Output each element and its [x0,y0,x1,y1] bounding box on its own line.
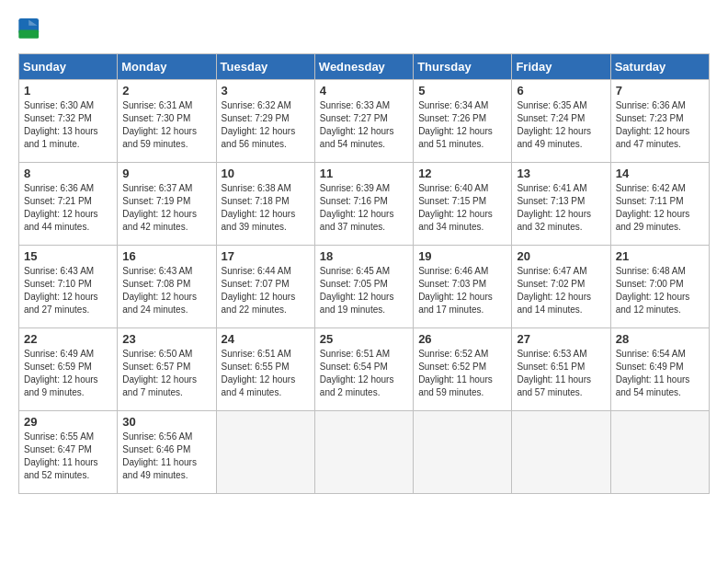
day-number: 21 [616,249,704,263]
week-row-3: 15Sunrise: 6:43 AM Sunset: 7:10 PM Dayli… [19,246,710,328]
calendar-cell: 14Sunrise: 6:42 AM Sunset: 7:11 PM Dayli… [610,163,709,246]
calendar-cell [610,411,709,494]
calendar-cell: 19Sunrise: 6:46 AM Sunset: 7:03 PM Dayli… [414,246,512,328]
col-header-wednesday: Wednesday [314,54,413,80]
calendar-cell [314,411,413,494]
day-number: 10 [222,167,310,180]
day-number: 19 [418,249,506,263]
day-number: 29 [24,415,112,429]
day-number: 2 [122,84,210,98]
day-info: Sunrise: 6:31 AM Sunset: 7:30 PM Dayligh… [122,99,210,151]
day-info: Sunrise: 6:42 AM Sunset: 7:11 PM Dayligh… [616,182,704,234]
calendar-cell: 8Sunrise: 6:36 AM Sunset: 7:21 PM Daylig… [19,163,118,246]
day-number: 6 [517,84,605,98]
day-number: 20 [517,249,605,263]
calendar-cell: 16Sunrise: 6:43 AM Sunset: 7:08 PM Dayli… [118,246,216,328]
day-number: 7 [616,84,704,98]
calendar-cell: 11Sunrise: 6:39 AM Sunset: 7:16 PM Dayli… [314,163,413,246]
day-number: 27 [517,332,605,346]
day-info: Sunrise: 6:39 AM Sunset: 7:16 PM Dayligh… [320,182,408,234]
day-info: Sunrise: 6:33 AM Sunset: 7:27 PM Dayligh… [320,99,408,151]
week-row-5: 29Sunrise: 6:55 AM Sunset: 6:47 PM Dayli… [19,411,710,494]
day-number: 9 [122,167,210,180]
day-number: 25 [320,332,408,346]
day-number: 11 [320,167,408,180]
day-number: 1 [24,84,112,98]
day-number: 12 [418,167,506,180]
day-info: Sunrise: 6:43 AM Sunset: 7:08 PM Dayligh… [122,265,210,316]
day-info: Sunrise: 6:47 AM Sunset: 7:02 PM Dayligh… [517,265,605,316]
calendar-cell: 10Sunrise: 6:38 AM Sunset: 7:18 PM Dayli… [216,163,314,246]
calendar-cell: 4Sunrise: 6:33 AM Sunset: 7:27 PM Daylig… [314,80,413,163]
day-number: 18 [320,249,408,263]
calendar-cell: 30Sunrise: 6:56 AM Sunset: 6:46 PM Dayli… [118,411,216,494]
calendar-cell: 23Sunrise: 6:50 AM Sunset: 6:57 PM Dayli… [118,328,216,411]
calendar-cell: 24Sunrise: 6:51 AM Sunset: 6:55 PM Dayli… [216,328,314,411]
day-number: 13 [517,167,605,180]
calendar-cell: 17Sunrise: 6:44 AM Sunset: 7:07 PM Dayli… [216,246,314,328]
day-info: Sunrise: 6:43 AM Sunset: 7:10 PM Dayligh… [24,265,112,316]
calendar-table: SundayMondayTuesdayWednesdayThursdayFrid… [18,53,710,494]
calendar-cell: 6Sunrise: 6:35 AM Sunset: 7:24 PM Daylig… [512,80,610,163]
day-number: 28 [616,332,704,346]
day-info: Sunrise: 6:49 AM Sunset: 6:59 PM Dayligh… [24,348,112,399]
calendar-cell: 2Sunrise: 6:31 AM Sunset: 7:30 PM Daylig… [118,80,216,163]
logo [18,18,44,44]
day-number: 16 [122,249,210,263]
calendar-cell: 3Sunrise: 6:32 AM Sunset: 7:29 PM Daylig… [216,80,314,163]
day-info: Sunrise: 6:52 AM Sunset: 6:52 PM Dayligh… [418,348,506,399]
day-info: Sunrise: 6:32 AM Sunset: 7:29 PM Dayligh… [222,99,310,151]
calendar-cell: 25Sunrise: 6:51 AM Sunset: 6:54 PM Dayli… [314,328,413,411]
day-info: Sunrise: 6:54 AM Sunset: 6:49 PM Dayligh… [616,348,704,399]
day-number: 26 [418,332,506,346]
day-info: Sunrise: 6:38 AM Sunset: 7:18 PM Dayligh… [222,182,310,234]
day-number: 3 [222,84,310,98]
calendar-cell: 13Sunrise: 6:41 AM Sunset: 7:13 PM Dayli… [512,163,610,246]
col-header-tuesday: Tuesday [216,54,314,80]
day-info: Sunrise: 6:44 AM Sunset: 7:07 PM Dayligh… [222,265,310,316]
day-info: Sunrise: 6:41 AM Sunset: 7:13 PM Dayligh… [517,182,605,234]
day-number: 14 [616,167,704,180]
col-header-saturday: Saturday [610,54,709,80]
calendar-cell: 1Sunrise: 6:30 AM Sunset: 7:32 PM Daylig… [19,80,118,163]
page-header [18,18,710,44]
week-row-2: 8Sunrise: 6:36 AM Sunset: 7:21 PM Daylig… [19,163,710,246]
day-number: 17 [222,249,310,263]
day-number: 22 [24,332,112,346]
day-number: 30 [122,415,210,429]
week-row-4: 22Sunrise: 6:49 AM Sunset: 6:59 PM Dayli… [19,328,710,411]
day-info: Sunrise: 6:51 AM Sunset: 6:54 PM Dayligh… [320,348,408,399]
calendar-cell: 28Sunrise: 6:54 AM Sunset: 6:49 PM Dayli… [610,328,709,411]
col-header-friday: Friday [512,54,610,80]
calendar-cell: 5Sunrise: 6:34 AM Sunset: 7:26 PM Daylig… [414,80,512,163]
calendar-cell: 15Sunrise: 6:43 AM Sunset: 7:10 PM Dayli… [19,246,118,328]
day-info: Sunrise: 6:55 AM Sunset: 6:47 PM Dayligh… [24,431,112,482]
header-row: SundayMondayTuesdayWednesdayThursdayFrid… [19,54,710,80]
day-info: Sunrise: 6:37 AM Sunset: 7:19 PM Dayligh… [122,182,210,234]
day-number: 8 [24,167,112,180]
day-info: Sunrise: 6:50 AM Sunset: 6:57 PM Dayligh… [122,348,210,399]
day-info: Sunrise: 6:51 AM Sunset: 6:55 PM Dayligh… [222,348,310,399]
calendar-cell: 18Sunrise: 6:45 AM Sunset: 7:05 PM Dayli… [314,246,413,328]
calendar-cell: 12Sunrise: 6:40 AM Sunset: 7:15 PM Dayli… [414,163,512,246]
day-info: Sunrise: 6:53 AM Sunset: 6:51 PM Dayligh… [517,348,605,399]
calendar-cell: 26Sunrise: 6:52 AM Sunset: 6:52 PM Dayli… [414,328,512,411]
day-info: Sunrise: 6:36 AM Sunset: 7:21 PM Dayligh… [24,182,112,234]
calendar-cell: 21Sunrise: 6:48 AM Sunset: 7:00 PM Dayli… [610,246,709,328]
day-number: 23 [122,332,210,346]
day-info: Sunrise: 6:36 AM Sunset: 7:23 PM Dayligh… [616,99,704,151]
calendar-cell: 29Sunrise: 6:55 AM Sunset: 6:47 PM Dayli… [19,411,118,494]
logo-icon [18,18,40,44]
calendar-cell: 20Sunrise: 6:47 AM Sunset: 7:02 PM Dayli… [512,246,610,328]
day-number: 24 [222,332,310,346]
calendar-cell: 22Sunrise: 6:49 AM Sunset: 6:59 PM Dayli… [19,328,118,411]
calendar-cell: 7Sunrise: 6:36 AM Sunset: 7:23 PM Daylig… [610,80,709,163]
calendar-cell: 27Sunrise: 6:53 AM Sunset: 6:51 PM Dayli… [512,328,610,411]
calendar-cell [512,411,610,494]
day-info: Sunrise: 6:45 AM Sunset: 7:05 PM Dayligh… [320,265,408,316]
calendar-cell [414,411,512,494]
calendar-cell: 9Sunrise: 6:37 AM Sunset: 7:19 PM Daylig… [118,163,216,246]
day-info: Sunrise: 6:30 AM Sunset: 7:32 PM Dayligh… [24,99,112,151]
col-header-thursday: Thursday [414,54,512,80]
day-number: 4 [320,84,408,98]
